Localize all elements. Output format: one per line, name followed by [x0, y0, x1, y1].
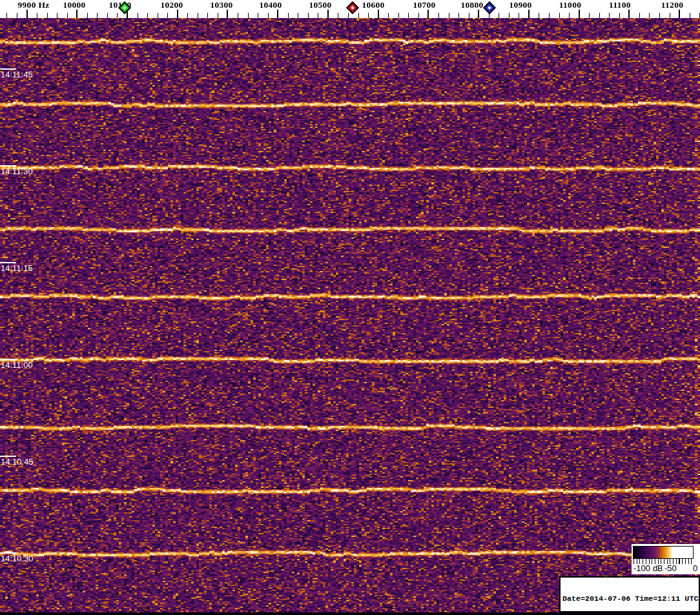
freq-label: 11100 — [591, 0, 649, 10]
marker-center-dot — [488, 6, 491, 10]
spectrum-waterfall-window: 9900 Hz100001010010200103001040010500106… — [0, 0, 700, 615]
time-label: 14:11:15 — [1, 263, 33, 273]
scale-label-min: -100 dB — [633, 563, 663, 573]
marker-center-dot — [123, 6, 127, 10]
waterfall-spectrogram[interactable] — [0, 18, 700, 615]
scale-label-max: 0 — [693, 563, 697, 573]
scale-label-mid: -50 — [664, 563, 677, 573]
time-label: 14:11:45 — [1, 70, 33, 79]
time-label: 14:11:30 — [1, 166, 33, 176]
time-label: 14:10:30 — [1, 554, 34, 563]
freq-label: 10500 — [291, 0, 349, 10]
freq-label: 11200 — [643, 0, 700, 10]
status-info-box: Date=2014-07-06 Time=12:11 UTC Freq=143 … — [559, 576, 700, 612]
marker-center-dot — [351, 6, 355, 10]
color-gradient-bar[interactable] — [633, 546, 694, 559]
info-line-date: Date=2014-07-06 Time=12:11 UTC — [562, 595, 699, 603]
time-label: 14:11:00 — [1, 360, 33, 370]
time-label: 14:10:45 — [1, 457, 34, 467]
amplitude-color-scale: -100 dB -50 0 — [632, 544, 700, 574]
frequency-ruler[interactable]: 9900 Hz100001010010200103001040010500106… — [0, 0, 700, 18]
